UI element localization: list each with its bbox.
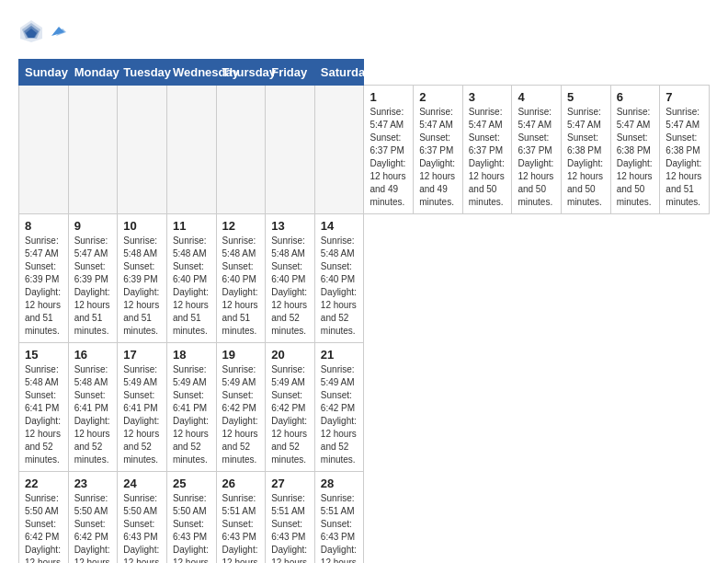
sunset-text: Sunset: 6:39 PM	[123, 261, 157, 284]
day-number: 12	[222, 219, 260, 233]
sunrise-text: Sunrise: 5:48 AM	[271, 236, 305, 259]
day-info: Sunrise: 5:48 AM Sunset: 6:40 PM Dayligh…	[222, 235, 260, 338]
day-info: Sunrise: 5:49 AM Sunset: 6:41 PM Dayligh…	[123, 363, 161, 466]
daylight-text: Daylight: 12 hours and 52 minutes.	[74, 416, 110, 465]
sunrise-text: Sunrise: 5:49 AM	[271, 364, 305, 387]
day-info: Sunrise: 5:50 AM Sunset: 6:42 PM Dayligh…	[25, 492, 63, 563]
daylight-text: Daylight: 12 hours and 52 minutes.	[123, 416, 159, 465]
sunset-text: Sunset: 6:40 PM	[271, 261, 305, 284]
sunrise-text: Sunrise: 5:51 AM	[222, 493, 256, 516]
sunrise-text: Sunrise: 5:47 AM	[665, 107, 700, 130]
daylight-text: Daylight: 12 hours and 52 minutes.	[222, 416, 258, 465]
daylight-text: Daylight: 12 hours and 52 minutes.	[25, 416, 61, 465]
calendar-cell: 5 Sunrise: 5:47 AM Sunset: 6:38 PM Dayli…	[562, 86, 611, 214]
weekday-header-tuesday: Tuesday	[118, 60, 167, 86]
day-info: Sunrise: 5:50 AM Sunset: 6:42 PM Dayligh…	[74, 492, 112, 563]
daylight-text: Daylight: 12 hours and 52 minutes.	[123, 545, 159, 563]
daylight-text: Daylight: 12 hours and 52 minutes.	[25, 545, 61, 563]
sunset-text: Sunset: 6:37 PM	[469, 132, 503, 155]
calendar-cell: 8 Sunrise: 5:47 AM Sunset: 6:39 PM Dayli…	[19, 214, 69, 343]
day-number: 9	[74, 219, 112, 233]
sunset-text: Sunset: 6:42 PM	[222, 390, 256, 413]
calendar-cell: 2 Sunrise: 5:47 AM Sunset: 6:37 PM Dayli…	[414, 86, 463, 214]
sunset-text: Sunset: 6:41 PM	[25, 390, 59, 413]
sunset-text: Sunset: 6:42 PM	[321, 390, 355, 413]
calendar-cell: 21 Sunrise: 5:49 AM Sunset: 6:42 PM Dayl…	[314, 343, 364, 472]
day-number: 18	[173, 348, 210, 362]
day-info: Sunrise: 5:47 AM Sunset: 6:38 PM Dayligh…	[617, 106, 654, 209]
daylight-text: Daylight: 12 hours and 51 minutes.	[25, 287, 61, 336]
day-number: 28	[321, 477, 358, 490]
weekday-header-monday: Monday	[68, 60, 118, 86]
calendar-cell: 22 Sunrise: 5:50 AM Sunset: 6:42 PM Dayl…	[19, 472, 69, 564]
sunset-text: Sunset: 6:39 PM	[74, 261, 108, 284]
sunset-text: Sunset: 6:41 PM	[173, 390, 207, 413]
weekday-header-thursday: Thursday	[216, 60, 266, 86]
calendar-cell: 7 Sunrise: 5:47 AM Sunset: 6:38 PM Dayli…	[660, 86, 710, 214]
sunset-text: Sunset: 6:41 PM	[74, 390, 108, 413]
sunrise-text: Sunrise: 5:47 AM	[469, 107, 503, 130]
calendar-cell: 13 Sunrise: 5:48 AM Sunset: 6:40 PM Dayl…	[266, 214, 315, 343]
weekday-header-sunday: Sunday	[19, 60, 69, 86]
daylight-text: Daylight: 12 hours and 50 minutes.	[518, 158, 553, 207]
day-info: Sunrise: 5:47 AM Sunset: 6:37 PM Dayligh…	[419, 106, 457, 209]
sunrise-text: Sunrise: 5:49 AM	[173, 364, 207, 387]
day-info: Sunrise: 5:48 AM Sunset: 6:41 PM Dayligh…	[74, 363, 112, 466]
day-info: Sunrise: 5:47 AM Sunset: 6:38 PM Dayligh…	[567, 106, 605, 209]
day-info: Sunrise: 5:47 AM Sunset: 6:37 PM Dayligh…	[370, 106, 407, 209]
daylight-text: Daylight: 12 hours and 52 minutes.	[222, 545, 258, 563]
calendar-cell: 25 Sunrise: 5:50 AM Sunset: 6:43 PM Dayl…	[166, 472, 216, 564]
sunrise-text: Sunrise: 5:47 AM	[567, 107, 601, 130]
day-info: Sunrise: 5:47 AM Sunset: 6:38 PM Dayligh…	[665, 106, 703, 209]
day-info: Sunrise: 5:48 AM Sunset: 6:40 PM Dayligh…	[173, 235, 210, 338]
daylight-text: Daylight: 12 hours and 50 minutes.	[617, 158, 653, 207]
sunset-text: Sunset: 6:41 PM	[123, 390, 157, 413]
day-info: Sunrise: 5:48 AM Sunset: 6:40 PM Dayligh…	[271, 235, 309, 338]
sunrise-text: Sunrise: 5:47 AM	[617, 107, 651, 130]
daylight-text: Daylight: 12 hours and 52 minutes.	[74, 545, 110, 563]
day-number: 15	[25, 348, 63, 362]
calendar-cell	[314, 86, 364, 214]
calendar-week-row: 15 Sunrise: 5:48 AM Sunset: 6:41 PM Dayl…	[19, 343, 710, 472]
sunrise-text: Sunrise: 5:50 AM	[74, 493, 108, 516]
sunrise-text: Sunrise: 5:48 AM	[25, 364, 59, 387]
day-number: 20	[271, 348, 309, 362]
calendar-cell: 19 Sunrise: 5:49 AM Sunset: 6:42 PM Dayl…	[216, 343, 266, 472]
sunrise-text: Sunrise: 5:49 AM	[123, 364, 157, 387]
sunrise-text: Sunrise: 5:48 AM	[321, 236, 355, 259]
day-info: Sunrise: 5:51 AM Sunset: 6:43 PM Dayligh…	[271, 492, 309, 563]
calendar-cell	[19, 86, 69, 214]
daylight-text: Daylight: 12 hours and 52 minutes.	[321, 287, 357, 336]
sunset-text: Sunset: 6:37 PM	[370, 132, 404, 155]
calendar-cell: 27 Sunrise: 5:51 AM Sunset: 6:43 PM Dayl…	[266, 472, 315, 564]
sunrise-text: Sunrise: 5:47 AM	[74, 236, 108, 259]
sunrise-text: Sunrise: 5:49 AM	[321, 364, 355, 387]
sunset-text: Sunset: 6:38 PM	[617, 132, 651, 155]
calendar-cell: 18 Sunrise: 5:49 AM Sunset: 6:41 PM Dayl…	[166, 343, 216, 472]
logo-icon	[18, 18, 44, 44]
calendar-cell: 9 Sunrise: 5:47 AM Sunset: 6:39 PM Dayli…	[68, 214, 118, 343]
sunrise-text: Sunrise: 5:48 AM	[222, 236, 256, 259]
day-number: 23	[74, 477, 112, 490]
day-number: 8	[25, 219, 63, 233]
sunset-text: Sunset: 6:42 PM	[25, 519, 59, 542]
sunset-text: Sunset: 6:43 PM	[123, 519, 157, 542]
daylight-text: Daylight: 12 hours and 52 minutes.	[173, 416, 209, 465]
daylight-text: Daylight: 12 hours and 50 minutes.	[567, 158, 603, 207]
day-info: Sunrise: 5:47 AM Sunset: 6:39 PM Dayligh…	[25, 235, 63, 338]
daylight-text: Daylight: 12 hours and 52 minutes.	[271, 545, 307, 563]
calendar-cell: 11 Sunrise: 5:48 AM Sunset: 6:40 PM Dayl…	[166, 214, 216, 343]
daylight-text: Daylight: 12 hours and 52 minutes.	[321, 545, 357, 563]
day-number: 25	[173, 477, 210, 490]
sunrise-text: Sunrise: 5:50 AM	[173, 493, 207, 516]
calendar-cell: 12 Sunrise: 5:48 AM Sunset: 6:40 PM Dayl…	[216, 214, 266, 343]
sunrise-text: Sunrise: 5:47 AM	[25, 236, 59, 259]
daylight-text: Daylight: 12 hours and 51 minutes.	[74, 287, 110, 336]
page-header	[18, 18, 710, 44]
day-number: 5	[567, 90, 605, 104]
day-number: 7	[665, 90, 703, 104]
weekday-header-row: SundayMondayTuesdayWednesdayThursdayFrid…	[19, 60, 710, 86]
weekday-header-friday: Friday	[266, 60, 315, 86]
daylight-text: Daylight: 12 hours and 51 minutes.	[173, 287, 209, 336]
daylight-text: Daylight: 12 hours and 52 minutes.	[173, 545, 209, 563]
